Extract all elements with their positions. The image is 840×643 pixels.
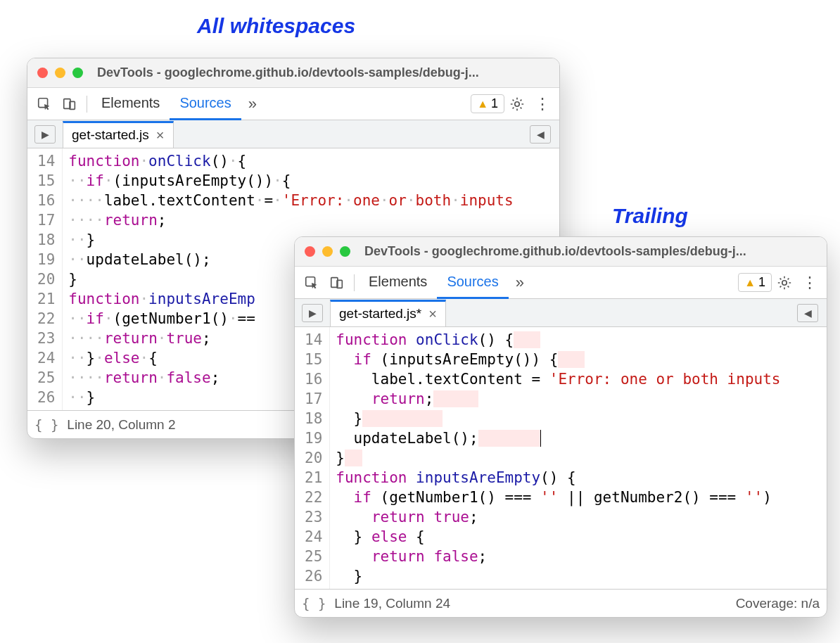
panel-tabs: Elements Sources [359, 267, 509, 299]
cursor-position: Line 20, Column 2 [67, 417, 175, 433]
minimize-icon[interactable] [55, 68, 65, 78]
divider [354, 274, 355, 291]
toolbar: Elements Sources » ▲ 1 ⋮ [27, 88, 559, 120]
warnings-badge[interactable]: ▲ 1 [738, 273, 772, 292]
more-tabs-icon[interactable]: » [241, 95, 264, 113]
debugger-toggle-icon[interactable]: ◀ [530, 125, 551, 144]
file-name: get-started.js* [339, 306, 421, 322]
maximize-icon[interactable] [340, 246, 350, 257]
titlebar: DevTools - googlechrome.github.io/devtoo… [27, 58, 559, 88]
panel-tabs: Elements Sources [91, 88, 241, 120]
pretty-print-icon[interactable]: { } [302, 596, 326, 611]
warning-count: 1 [758, 275, 765, 290]
file-tab[interactable]: get-started.js* × [330, 300, 446, 326]
coverage-status: Coverage: n/a [736, 596, 820, 611]
tab-sources[interactable]: Sources [170, 88, 241, 120]
close-icon[interactable] [37, 68, 48, 78]
device-toggle-icon[interactable] [324, 270, 350, 295]
cursor-position: Line 19, Column 24 [334, 596, 450, 611]
maximize-icon[interactable] [72, 68, 83, 78]
svg-point-7 [782, 280, 787, 284]
code-editor[interactable]: 14151617181920212223242526 function onCl… [295, 327, 827, 589]
navigator-toggle-icon[interactable]: ▶ [302, 304, 323, 322]
tab-elements[interactable]: Elements [359, 267, 437, 299]
more-tabs-icon[interactable]: » [509, 274, 531, 292]
kebab-menu-icon[interactable]: ⋮ [530, 91, 555, 117]
close-icon[interactable] [305, 246, 315, 257]
devtools-window-trailing: DevTools - googlechrome.github.io/devtoo… [294, 236, 827, 618]
minimize-icon[interactable] [322, 246, 333, 257]
close-tab-icon[interactable]: × [428, 306, 437, 322]
code-lines[interactable]: function onClick() { if (inputsAreEmpty(… [330, 327, 827, 589]
caption-trailing: Trailing [612, 204, 688, 228]
settings-icon[interactable] [772, 270, 797, 295]
file-tabs-bar: ▶ get-started.js × ◀ [27, 120, 559, 148]
pretty-print-icon[interactable]: { } [34, 417, 58, 433]
kebab-menu-icon[interactable]: ⋮ [797, 270, 822, 295]
file-name: get-started.js [72, 127, 149, 143]
line-gutter: 14151617181920212223242526 [295, 327, 330, 589]
line-gutter: 14151617181920212223242526 [27, 148, 63, 410]
window-title: DevTools - googlechrome.github.io/devtoo… [97, 65, 479, 80]
warning-count: 1 [491, 96, 498, 111]
inspect-element-icon[interactable] [32, 91, 57, 117]
warnings-badge[interactable]: ▲ 1 [471, 94, 504, 113]
toolbar: Elements Sources » ▲ 1 ⋮ [295, 267, 827, 299]
caption-all-whitespaces: All whitespaces [197, 14, 355, 38]
device-toggle-icon[interactable] [57, 91, 82, 117]
file-tabs-bar: ▶ get-started.js* × ◀ [295, 299, 827, 327]
divider [87, 96, 87, 113]
status-bar: { } Line 19, Column 24 Coverage: n/a [295, 589, 827, 617]
debugger-toggle-icon[interactable]: ◀ [797, 304, 818, 322]
inspect-element-icon[interactable] [299, 270, 324, 295]
window-title: DevTools - googlechrome.github.io/devtoo… [364, 244, 746, 259]
tab-elements[interactable]: Elements [91, 88, 170, 120]
svg-point-3 [515, 101, 519, 106]
settings-icon[interactable] [504, 91, 530, 117]
close-tab-icon[interactable]: × [156, 127, 165, 144]
navigator-toggle-icon[interactable]: ▶ [34, 125, 56, 144]
tab-sources[interactable]: Sources [437, 267, 508, 299]
warning-icon: ▲ [744, 276, 756, 289]
file-tab[interactable]: get-started.js × [63, 121, 174, 148]
titlebar: DevTools - googlechrome.github.io/devtoo… [295, 237, 827, 267]
warning-icon: ▲ [477, 98, 488, 110]
